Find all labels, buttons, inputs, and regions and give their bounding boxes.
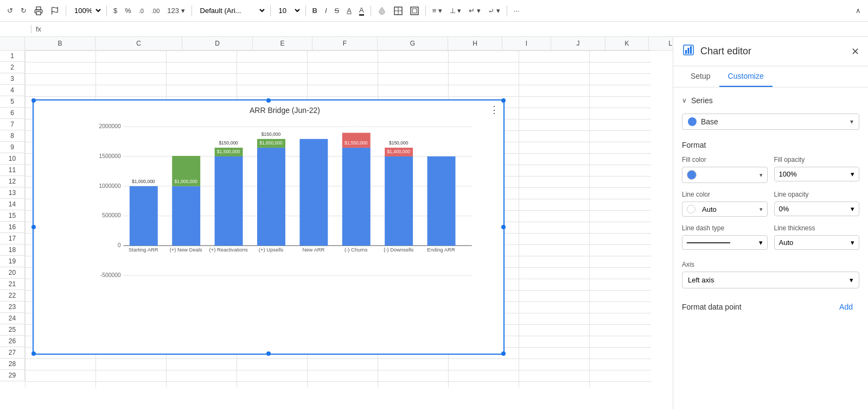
text-color-button[interactable]: A [356, 4, 367, 17]
print-button[interactable] [31, 5, 46, 17]
col-header-h[interactable]: H [448, 37, 502, 50]
tab-setup[interactable]: Setup [682, 66, 719, 87]
undo-button[interactable]: ↺ [4, 5, 16, 16]
underline-button[interactable]: A [344, 5, 354, 16]
col-header-j[interactable]: J [551, 37, 605, 50]
fill-color-group: Fill color ▾ [682, 156, 768, 183]
line-thickness-value: Auto [779, 238, 794, 247]
chart-title: ARR Bridge (Jun-22) [77, 106, 493, 115]
decimal00-button[interactable]: .00 [149, 6, 162, 16]
bold-button[interactable]: B [310, 5, 320, 16]
line-color-group: Line color Auto ▾ [682, 191, 768, 217]
col-header-c[interactable]: C [95, 37, 182, 50]
strikethrough-button[interactable]: S [332, 5, 342, 16]
collapse-toolbar-button[interactable]: ∧ [853, 5, 864, 16]
svg-rect-42 [685, 50, 687, 54]
fill-color-chevron-icon: ▾ [760, 172, 763, 179]
fill-color-label: Fill color [682, 156, 768, 163]
series-section-header[interactable]: ∨ Series [682, 96, 859, 105]
redo-button[interactable]: ↻ [18, 5, 29, 16]
svg-text:$150,000: $150,000 [261, 131, 281, 137]
fill-opacity-value: 100% [779, 170, 797, 178]
svg-text:$1,650,000: $1,650,000 [259, 140, 283, 146]
fill-opacity-select[interactable]: 100% ▾ [774, 167, 860, 181]
toolbar: ↺ ↻ 100% $ % .0 .00 123 ▾ Default (Ari..… [0, 0, 868, 22]
col-header-e[interactable]: E [253, 37, 312, 50]
panel-content: ∨ Series Base ▾ Format Fill color [673, 87, 868, 409]
axis-value: Left axis [688, 276, 714, 284]
v-align-button[interactable]: ⊥ ▾ [447, 5, 464, 16]
paint-format-button[interactable] [48, 5, 62, 17]
line-color-chevron-icon: ▾ [760, 206, 763, 213]
series-selector[interactable]: Base ▾ [682, 114, 859, 130]
zoom-select[interactable]: 100% [70, 5, 103, 16]
col-header-k[interactable]: K [605, 37, 649, 50]
h-align-button[interactable]: ≡ ▾ [430, 5, 445, 16]
fill-color-dot [687, 170, 697, 180]
divider-3 [192, 5, 192, 16]
decimal0-button[interactable]: .0 [136, 6, 146, 16]
line-thickness-chevron-icon: ▾ [851, 238, 854, 247]
svg-text:$1,400,000: $1,400,000 [387, 149, 410, 154]
spreadsheet-scroll[interactable]: 1 2 3 4 5 6 7 8 9 10 11 12 13 14 15 16 1 [0, 51, 673, 387]
line-color-auto-circle [687, 205, 695, 213]
currency-button[interactable]: $ [111, 5, 120, 16]
wrap-button[interactable]: ↵ ▾ [466, 5, 483, 16]
series-section-title: Series [691, 96, 713, 105]
axis-dropdown[interactable]: Left axis ▾ [682, 272, 859, 288]
col-header-d[interactable]: D [182, 37, 253, 50]
col-header-f[interactable]: F [312, 37, 378, 50]
italic-button[interactable]: I [322, 5, 330, 16]
format-title: Format [682, 141, 859, 149]
fill-opacity-label: Fill opacity [774, 156, 860, 163]
borders-button[interactable] [391, 5, 405, 17]
tab-customize[interactable]: Customize [719, 66, 773, 87]
number-format-button[interactable]: 123 ▾ [164, 5, 187, 16]
line-color-label: Line color [682, 191, 768, 198]
svg-rect-6 [411, 7, 418, 15]
svg-rect-44 [690, 46, 692, 54]
svg-text:-500000: -500000 [100, 272, 121, 278]
line-opacity-select[interactable]: 0% ▾ [774, 202, 860, 216]
line-dash-select[interactable]: ▾ [682, 235, 768, 250]
divider-2 [106, 5, 107, 16]
fill-color-select[interactable]: ▾ [682, 167, 768, 183]
fill-color-button[interactable] [375, 5, 389, 17]
rotate-button[interactable]: ⤾ ▾ [486, 5, 503, 16]
add-data-point-button[interactable]: Add [833, 299, 859, 314]
column-headers: B C D E F G H I J K L M N [0, 37, 673, 51]
bar-reactivations-base [215, 156, 243, 246]
font-select[interactable]: Default (Ari... [196, 5, 266, 16]
divider-4 [270, 5, 271, 16]
col-header-l[interactable]: L [649, 37, 673, 50]
more-button[interactable]: ··· [511, 5, 522, 16]
svg-text:Ending ARR: Ending ARR [427, 247, 455, 253]
formula-input[interactable] [46, 25, 864, 33]
panel-title: Chart editor [700, 46, 751, 57]
format-data-point-label: Format data point [682, 303, 742, 311]
format-section: Format Fill color ▾ Fill opacity 100% [682, 141, 859, 250]
chart-container[interactable]: ⋮ ARR Bridge (Jun-22) 2000000 1500000 10… [33, 99, 505, 355]
col-header-b[interactable]: B [25, 37, 95, 50]
panel-close-button[interactable]: ✕ [851, 46, 859, 58]
svg-text:(+) Upsells: (+) Upsells [259, 247, 284, 253]
fill-opacity-chevron-icon: ▾ [851, 170, 854, 178]
fill-row: Fill color ▾ Fill opacity 100% ▾ [682, 156, 859, 183]
bar-ending-arr [427, 156, 456, 246]
svg-text:1500000: 1500000 [99, 153, 121, 159]
svg-text:1000000: 1000000 [99, 183, 121, 189]
svg-text:(-) Downsells: (-) Downsells [384, 247, 413, 253]
svg-text:Starting ARR: Starting ARR [129, 247, 158, 253]
divider-8 [507, 5, 507, 16]
cell-ref-input[interactable] [4, 25, 31, 33]
font-size-select[interactable]: 10 [275, 5, 302, 16]
col-header-g[interactable]: G [378, 37, 448, 50]
merge-button[interactable] [407, 5, 422, 17]
svg-text:(+) New Deals: (+) New Deals [170, 247, 202, 253]
bar-new-deals-base [172, 186, 200, 246]
percent-button[interactable]: % [122, 5, 134, 16]
line-thickness-select[interactable]: Auto ▾ [774, 235, 860, 250]
col-header-i[interactable]: I [502, 37, 551, 50]
line-color-select[interactable]: Auto ▾ [682, 202, 768, 217]
bar-upsells-base [257, 148, 285, 246]
